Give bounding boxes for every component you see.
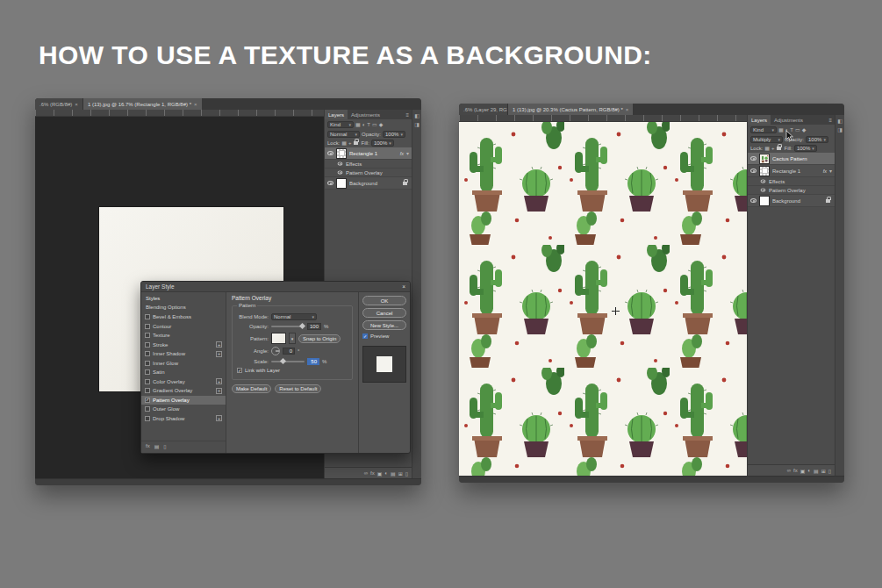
chevron-down-icon[interactable]: ▾ bbox=[829, 169, 832, 174]
scale-slider[interactable] bbox=[271, 361, 305, 362]
checkbox-checked[interactable]: ✓ bbox=[237, 368, 242, 373]
chevron-down-icon[interactable]: ▾ bbox=[406, 151, 409, 156]
layer-thumbnail[interactable] bbox=[336, 148, 347, 159]
opacity-value[interactable]: 100 bbox=[307, 323, 321, 330]
eye-icon[interactable] bbox=[761, 189, 766, 192]
layer-row-effects[interactable]: Effects bbox=[325, 160, 412, 169]
layer-style-icon[interactable]: fx bbox=[370, 470, 375, 476]
eye-icon[interactable] bbox=[761, 180, 766, 183]
make-default-button[interactable]: Make Default bbox=[232, 384, 271, 393]
scale-value-selected[interactable]: 50 bbox=[307, 358, 319, 365]
angle-dial[interactable] bbox=[271, 347, 280, 355]
slider-handle[interactable] bbox=[299, 323, 305, 329]
blending-options-item[interactable]: Blending Options bbox=[141, 303, 226, 312]
lock-position-icon[interactable]: + bbox=[348, 140, 352, 146]
blend-mode-dropdown[interactable]: Normal▾ bbox=[271, 313, 317, 320]
lock-position-icon[interactable]: + bbox=[771, 146, 775, 151]
fx-icon[interactable]: fx bbox=[146, 443, 150, 449]
layer-row-effects[interactable]: Effects bbox=[748, 177, 835, 186]
document-tab-partial[interactable]: .6% (Layer 29, RGB/8#) × bbox=[459, 104, 508, 115]
layer-style-icon[interactable]: fx bbox=[793, 468, 798, 473]
trash-icon[interactable]: ▯ bbox=[405, 470, 408, 477]
tab-adjustments[interactable]: Adjustments bbox=[771, 115, 807, 125]
style-item-color-overlay[interactable]: Color Overlay+ bbox=[141, 377, 226, 387]
filter-kind-dropdown[interactable]: Kind▾ bbox=[750, 126, 777, 133]
style-item-bevel-emboss[interactable]: Bevel & Emboss bbox=[141, 312, 226, 322]
filter-shape-icon[interactable]: ▭ bbox=[372, 122, 377, 127]
layer-thumbnail[interactable] bbox=[759, 196, 770, 206]
group-icon[interactable]: ▤ bbox=[154, 443, 160, 449]
checkbox[interactable] bbox=[145, 361, 150, 366]
checkbox[interactable] bbox=[145, 333, 150, 338]
add-instance-icon[interactable]: + bbox=[216, 341, 222, 348]
collapsed-panel-icon[interactable]: ◧ bbox=[414, 112, 419, 118]
checkbox-checked[interactable]: ✓ bbox=[145, 398, 150, 403]
opacity-slider[interactable] bbox=[271, 326, 305, 327]
new-layer-icon[interactable]: ⊞ bbox=[398, 470, 403, 477]
filter-smart-icon[interactable]: ◆ bbox=[379, 122, 384, 127]
layer-row-background[interactable]: Background bbox=[748, 195, 835, 207]
eye-icon[interactable] bbox=[750, 169, 757, 173]
checkbox[interactable] bbox=[145, 342, 150, 348]
adjustment-layer-icon[interactable]: ◐ bbox=[384, 470, 388, 476]
group-icon[interactable]: ▤ bbox=[814, 468, 819, 474]
panel-menu-icon[interactable]: ≡ bbox=[403, 110, 412, 119]
style-item-pattern-overlay[interactable]: ✓Pattern Overlay bbox=[141, 396, 226, 405]
ok-button[interactable]: OK bbox=[362, 296, 406, 305]
layer-mask-icon[interactable]: ▣ bbox=[800, 468, 806, 474]
add-instance-icon[interactable]: + bbox=[216, 351, 222, 357]
style-item-texture[interactable]: Texture bbox=[141, 331, 226, 341]
layer-row-rectangle[interactable]: Rectangle 1 fx ▾ bbox=[748, 165, 835, 177]
canvas-after[interactable] bbox=[459, 122, 747, 476]
layer-row-background[interactable]: Background bbox=[325, 177, 412, 190]
group-icon[interactable]: ▤ bbox=[391, 470, 396, 477]
trash-icon[interactable]: ▯ bbox=[163, 443, 166, 449]
checkbox[interactable] bbox=[145, 406, 150, 412]
filter-adjustment-icon[interactable]: ◐ bbox=[362, 122, 366, 127]
style-item-inner-glow[interactable]: Inner Glow bbox=[141, 359, 226, 369]
add-instance-icon[interactable]: + bbox=[216, 415, 222, 421]
filter-kind-dropdown[interactable]: Kind▾ bbox=[327, 121, 354, 128]
collapsed-panel-icon[interactable]: ◨ bbox=[837, 126, 843, 133]
document-tab-active[interactable]: 1 (13).jpg @ 20.3% (Cactus Pattern, RGB/… bbox=[508, 104, 633, 115]
layer-row-pattern-overlay[interactable]: Pattern Overlay bbox=[748, 186, 835, 195]
style-item-drop-shadow[interactable]: Drop Shadow+ bbox=[141, 414, 226, 424]
filter-type-icon[interactable]: T bbox=[367, 122, 370, 127]
document-tab-active[interactable]: 1 (13).jpg @ 16.7% (Rectangle 1, RGB/8#)… bbox=[83, 98, 202, 110]
close-tab-icon[interactable]: × bbox=[626, 107, 629, 112]
reset-to-default-button[interactable]: Reset to Default bbox=[275, 384, 321, 393]
styles-header[interactable]: Styles bbox=[141, 294, 226, 303]
panel-menu-icon[interactable]: ≡ bbox=[826, 115, 835, 125]
filter-smart-icon[interactable]: ◆ bbox=[802, 127, 807, 133]
filter-shape-icon[interactable]: ▭ bbox=[795, 127, 800, 133]
checkbox[interactable] bbox=[145, 369, 150, 375]
layer-thumbnail[interactable] bbox=[759, 154, 770, 164]
checkbox[interactable] bbox=[145, 388, 150, 393]
style-item-satin[interactable]: Satin bbox=[141, 368, 226, 377]
lock-transparent-icon[interactable]: ▦ bbox=[341, 140, 347, 146]
checkbox[interactable] bbox=[145, 351, 150, 356]
new-layer-icon[interactable]: ⊞ bbox=[821, 468, 826, 474]
blend-mode-dropdown[interactable]: Normal▾ bbox=[327, 131, 360, 138]
layer-row-rectangle[interactable]: Rectangle 1 fx ▾ bbox=[325, 147, 412, 160]
adjustment-layer-icon[interactable]: ◐ bbox=[807, 468, 811, 473]
close-tab-icon[interactable]: × bbox=[75, 102, 78, 107]
layer-mask-icon[interactable]: ▣ bbox=[377, 470, 383, 477]
eye-icon[interactable] bbox=[338, 171, 343, 175]
eye-icon[interactable] bbox=[750, 156, 757, 161]
new-style-button[interactable]: New Style... bbox=[362, 320, 406, 330]
slider-handle[interactable] bbox=[280, 358, 286, 364]
lock-all-icon[interactable] bbox=[354, 141, 358, 145]
pattern-swatch[interactable] bbox=[271, 333, 286, 344]
checkbox[interactable] bbox=[145, 379, 150, 384]
opacity-dropdown[interactable]: 100%▾ bbox=[383, 131, 405, 138]
blend-mode-dropdown[interactable]: Multiply▾ bbox=[750, 136, 783, 143]
checkbox[interactable] bbox=[145, 416, 150, 421]
style-item-gradient-overlay[interactable]: Gradient Overlay+ bbox=[141, 386, 226, 396]
layer-row-cactus-pattern[interactable]: Cactus Pattern bbox=[748, 153, 835, 165]
fill-dropdown[interactable]: 100%▾ bbox=[371, 140, 394, 147]
snap-to-origin-button[interactable]: Snap to Origin bbox=[298, 334, 341, 343]
fill-dropdown[interactable]: 100%▾ bbox=[794, 145, 817, 152]
dialog-title-bar[interactable]: Layer Style × bbox=[141, 282, 410, 292]
add-instance-icon[interactable]: + bbox=[216, 378, 222, 384]
